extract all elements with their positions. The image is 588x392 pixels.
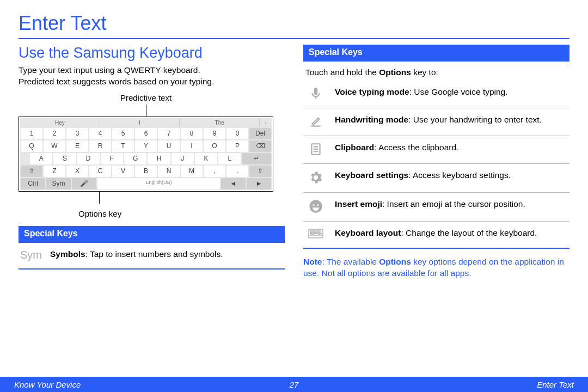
special-keys-header-left: Special Keys (19, 226, 285, 243)
page-title: Enter Text (19, 12, 569, 35)
option-item: Handwriting mode: Use your handwriting t… (303, 108, 569, 136)
keyboard-key: ► (247, 178, 271, 189)
title-divider (19, 38, 569, 39)
keyboard-key: . (226, 166, 248, 177)
footer-page-number: 27 (290, 380, 299, 389)
keyboard-key: 9 (204, 128, 225, 139)
callout-line (146, 105, 146, 117)
option-text: Keyboard settings: Access keyboard setti… (335, 170, 511, 185)
mic-icon (307, 87, 325, 101)
predictive-suggestion: The (180, 118, 260, 127)
keyboard-key: R (89, 140, 111, 152)
clipboard-icon (307, 142, 325, 156)
intro-text: Type your text input using a QWERTY keyb… (19, 65, 285, 88)
predictive-suggestion: › (260, 118, 272, 127)
footer-right: Enter Text (298, 380, 574, 389)
keyboard-key: Sym (46, 178, 71, 189)
keyboard-key: N (158, 166, 180, 177)
keyboard-key: E (66, 140, 88, 152)
callout-line (99, 192, 100, 204)
keyboard-key: 4 (89, 128, 111, 139)
svg-point-6 (317, 204, 318, 206)
section-heading: Use the Samsung Keyboard (19, 45, 285, 62)
option-text: Keyboard layout: Change the layout of th… (335, 228, 537, 241)
keyboard-key: U (158, 140, 180, 152)
keyboard-key: Y (135, 140, 157, 152)
keyboard-key: 3 (66, 128, 88, 139)
option-text: Voice typing mode: Use Google voice typi… (335, 87, 508, 101)
keyboard-key: S (53, 153, 76, 164)
keyboard-layout-icon (307, 228, 325, 241)
keyboard-key: 🎤 (72, 178, 96, 189)
keyboard-key: T (112, 140, 134, 152)
svg-rect-14 (320, 234, 321, 235)
keyboard-key: X (66, 166, 88, 177)
keyboard-key: 0 (226, 128, 248, 139)
keyboard-key: G (124, 153, 146, 164)
predictive-suggestion: Hey (20, 118, 100, 127)
keyboard-key: English(US) (97, 178, 220, 189)
keyboard-key: V (112, 166, 134, 177)
emoji-icon (307, 199, 325, 214)
keyboard-key: 8 (181, 128, 203, 139)
option-text: Insert emoji: Insert an emoji at the cur… (335, 199, 525, 214)
footer-left: Know Your Device (14, 380, 290, 389)
section-divider (19, 268, 285, 270)
keyboard-key: 2 (44, 128, 65, 139)
option-item: Keyboard layout: Change the layout of th… (303, 222, 569, 248)
keyboard-key: 7 (158, 128, 180, 139)
keyboard-key: W (44, 140, 65, 152)
svg-rect-10 (316, 231, 317, 232)
option-text: Handwriting mode: Use your handwriting t… (335, 114, 542, 128)
page-footer: Know Your Device 27 Enter Text (0, 377, 588, 392)
note-text: Note: The available Options key options … (303, 256, 569, 279)
svg-rect-9 (313, 231, 315, 232)
keyboard-key: D (77, 153, 100, 164)
svg-rect-11 (318, 231, 320, 232)
keyboard-key: A (30, 153, 52, 164)
option-item: Keyboard settings: Access keyboard setti… (303, 164, 569, 193)
keyboard-key: ⇧ (249, 166, 271, 177)
keyboard-key: ◄ (221, 178, 246, 189)
svg-rect-12 (310, 234, 312, 235)
keyboard-key: M (181, 166, 203, 177)
option-item: Insert emoji: Insert an emoji at the cur… (303, 193, 569, 222)
keyboard-key: ⌫ (249, 140, 271, 152)
keyboard-key: Ctrl (21, 178, 45, 189)
keyboard-key: F (101, 153, 123, 164)
keyboard-illustration: HeyIThe› 1234567890Del QWERTYUIOP⌫ ASDFG… (19, 117, 273, 192)
keyboard-key: C (89, 166, 111, 177)
keyboard-key: J (171, 153, 194, 164)
options-intro: Touch and hold the Options key to: (303, 62, 569, 81)
special-keys-header-right: Special Keys (303, 45, 569, 62)
keyboard-key: ↵ (242, 153, 271, 164)
keyboard-key: H (148, 153, 170, 164)
handwriting-icon (307, 114, 325, 128)
keyboard-key: Q (21, 140, 42, 152)
svg-rect-8 (310, 231, 312, 232)
svg-rect-13 (313, 234, 318, 235)
option-text: Clipboard: Access the clipboard. (335, 142, 458, 156)
option-item: Voice typing mode: Use Google voice typi… (303, 81, 569, 108)
keyboard-key: I (181, 140, 203, 152)
option-item: Clipboard: Access the clipboard. (303, 136, 569, 164)
keyboard-key: 5 (112, 128, 134, 139)
keyboard-key: O (204, 140, 225, 152)
callout-predictive-text: Predictive text (19, 93, 273, 102)
keyboard-key: ⇧ (21, 166, 42, 177)
keyboard-key: Z (44, 166, 65, 177)
gear-icon (307, 170, 325, 185)
keyboard-key: P (226, 140, 248, 152)
keyboard-key: 6 (135, 128, 157, 139)
predictive-suggestion: I (100, 118, 180, 127)
section-divider (303, 248, 569, 249)
symbols-description: Symbols: Tap to insert numbers and symbo… (50, 249, 223, 261)
sym-icon: Sym (22, 249, 40, 261)
keyboard-key: K (195, 153, 217, 164)
keyboard-key: , (204, 166, 225, 177)
keyboard-key: B (135, 166, 157, 177)
keyboard-key: 1 (21, 128, 42, 139)
keyboard-key: L (218, 153, 241, 164)
callout-options-key: Options key (78, 209, 273, 218)
svg-point-5 (313, 204, 314, 206)
